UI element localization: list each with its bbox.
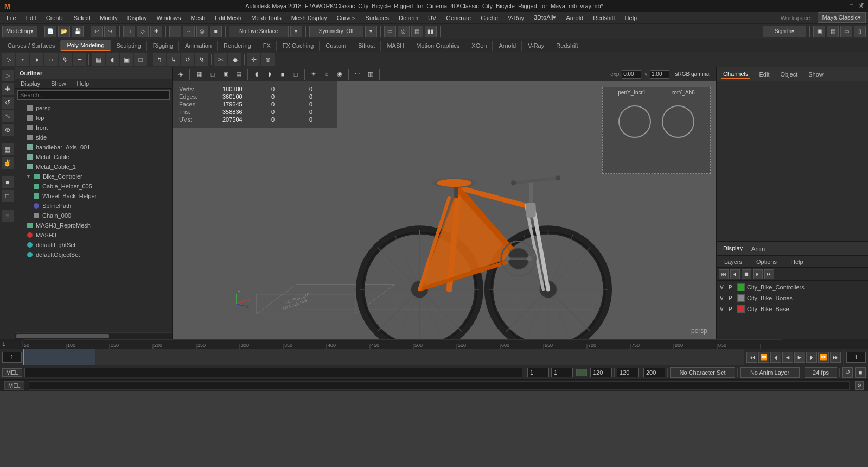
layer-p2[interactable]: P <box>729 295 735 301</box>
snap-point[interactable]: ◎ <box>196 26 208 37</box>
move-tool[interactable]: ✚ <box>150 26 162 37</box>
left-universal[interactable]: ⊕ <box>2 124 14 136</box>
left-layer[interactable]: □ <box>2 190 14 202</box>
outliner-item-front[interactable]: front <box>15 123 172 132</box>
transform-btn4[interactable]: ↯ <box>195 53 208 66</box>
menu-vray[interactable]: V-Ray <box>503 14 528 22</box>
outliner-item-metal-cable[interactable]: Metal_Cable <box>15 152 172 162</box>
goto-end-btn[interactable]: ⏭ <box>830 352 841 363</box>
menu-display[interactable]: Display <box>123 14 151 22</box>
gamma-mode-btn[interactable]: sRGB gamma <box>671 68 714 80</box>
menu-uv[interactable]: UV <box>424 14 441 22</box>
left-move[interactable]: ✚ <box>2 83 14 95</box>
outliner-search-input[interactable] <box>17 90 170 100</box>
layout-btn2[interactable]: ▤ <box>827 26 839 37</box>
tab-vray[interactable]: V-Ray <box>522 41 550 51</box>
layout-btn4[interactable]: ▯ <box>854 26 866 37</box>
menu-modify[interactable]: Modify <box>95 14 122 22</box>
menu-deform[interactable]: Deform <box>394 14 423 22</box>
render-btn1[interactable]: ▭ <box>384 26 396 37</box>
menu-edit[interactable]: Edit <box>22 14 41 22</box>
layout-btn3[interactable]: ▭ <box>840 26 852 37</box>
mesh-ops-btn3[interactable]: ▣ <box>120 53 133 66</box>
tab-object[interactable]: Object <box>778 70 800 79</box>
layer-v1[interactable]: V <box>720 285 726 291</box>
outliner-item-chain[interactable]: Chain_000 <box>15 211 172 220</box>
live-surface-dropdown[interactable]: ▾ <box>290 26 302 37</box>
layer-row-controllers[interactable]: V P City_Bike_Controllers <box>718 282 867 293</box>
tab-bifrost[interactable]: Bifrost <box>353 41 381 51</box>
vp-ao[interactable]: ◉ <box>334 68 346 80</box>
outliner-item-side[interactable]: side <box>15 132 172 142</box>
left-scale[interactable]: ⤡ <box>2 110 14 122</box>
sign-in-button[interactable]: Sign In▾ <box>763 26 806 37</box>
menu-surfaces[interactable]: Surfaces <box>361 14 393 22</box>
tab-redshift[interactable]: Redshift <box>551 41 584 51</box>
outliner-item-wheel-back-helper[interactable]: Wheel_Back_Helper <box>15 191 172 201</box>
status-settings[interactable]: ⚙ <box>855 381 864 390</box>
layer-p3[interactable]: P <box>729 306 735 312</box>
menu-curves[interactable]: Curves <box>333 14 360 22</box>
layer-stop-btn[interactable]: ⏹ <box>742 269 751 279</box>
options-menu[interactable]: Options <box>751 257 782 266</box>
select-tool[interactable]: □ <box>123 26 135 37</box>
mode-dropdown[interactable]: Modeling▾ <box>2 26 37 37</box>
left-select[interactable]: ▷ <box>2 70 14 81</box>
save-button[interactable]: 💾 <box>72 26 84 37</box>
loop-btn[interactable]: ↺ <box>842 367 853 378</box>
transform-btn2[interactable]: ↳ <box>167 53 180 66</box>
lasso-tool[interactable]: ◇ <box>137 26 149 37</box>
mel-input[interactable] <box>24 368 522 377</box>
menu-cache[interactable]: Cache <box>476 14 502 22</box>
outliner-item-top[interactable]: top <box>15 113 172 123</box>
transform-btn1[interactable]: ↰ <box>153 53 166 66</box>
tab-rendering[interactable]: Rendering <box>218 41 257 51</box>
viewport-canvas[interactable]: Verts: 180380 0 0 Edges: 360100 0 0 Face… <box>173 81 716 339</box>
tab-animation[interactable]: Animation <box>180 41 218 51</box>
vp-shadows[interactable]: ○ <box>321 68 333 80</box>
vp-hud[interactable]: ▥ <box>365 68 376 80</box>
prev-key-btn[interactable]: ⏴ <box>770 352 781 363</box>
left-show-hide[interactable]: ■ <box>2 176 14 188</box>
lasso-select-btn[interactable]: ♦ <box>30 53 43 66</box>
frame-start-input[interactable] <box>527 368 549 377</box>
tab-fx-caching[interactable]: FX Caching <box>277 41 320 51</box>
tab-arnold[interactable]: Arnold <box>493 41 522 51</box>
outliner-scrollbar[interactable] <box>15 332 172 339</box>
tab-poly-modeling[interactable]: Poly Modeling <box>61 40 110 51</box>
no-anim-layer-btn[interactable]: No Anim Layer <box>740 367 800 378</box>
outliner-item-mash3-repro[interactable]: MASH3_ReproMesh <box>15 220 172 230</box>
fps-dropdown[interactable]: 24 fps <box>805 367 837 378</box>
anim-max-input[interactable] <box>643 368 665 377</box>
mesh-ops-btn2[interactable]: ◖ <box>106 53 119 66</box>
menu-redshift[interactable]: Redshift <box>589 14 619 22</box>
ruler-track[interactable]: 50 100 150 200 250 300 350 400 450 500 5… <box>23 339 868 349</box>
vp-front-btn[interactable]: ▣ <box>220 68 232 80</box>
paint-select-btn[interactable]: ○ <box>44 53 58 66</box>
new-button[interactable]: 📄 <box>44 26 56 37</box>
layer-next-btn[interactable]: ⏭ <box>764 269 774 279</box>
lyr-tab-display[interactable]: Display <box>721 244 745 253</box>
align-btn[interactable]: ━ <box>73 53 86 66</box>
menu-windows[interactable]: Windows <box>152 14 186 22</box>
outliner-item-cable-helper[interactable]: Cable_Helper_005 <box>15 181 172 191</box>
tab-motion-graphics[interactable]: Motion Graphics <box>411 41 465 51</box>
maximize-button[interactable]: □ <box>850 3 853 10</box>
menu-mesh[interactable]: Mesh <box>186 14 209 22</box>
component-select-btn[interactable]: ⋆ <box>16 53 29 66</box>
transform-btn3[interactable]: ↺ <box>181 53 194 66</box>
end-frame-input2[interactable] <box>590 368 612 377</box>
layer-p1[interactable]: P <box>729 285 735 291</box>
mel-command-input-area[interactable] <box>29 381 850 390</box>
layer-prev-btn[interactable]: ⏮ <box>719 269 729 279</box>
vp-shading2[interactable]: ◗ <box>264 68 276 80</box>
cut-btn[interactable]: ✂ <box>214 53 227 66</box>
menu-file[interactable]: File <box>2 14 21 22</box>
layers-menu[interactable]: Layers <box>719 257 748 266</box>
vp-persp-btn[interactable]: ▦ <box>193 68 206 80</box>
outliner-item-metal-cable-1[interactable]: Metal_Cable_1 <box>15 162 172 172</box>
left-paint[interactable]: ✌ <box>2 157 14 169</box>
play-back-btn[interactable]: ◄ <box>782 352 793 363</box>
menu-select[interactable]: Select <box>69 14 95 22</box>
symmetry-button[interactable]: Symmetry: Off <box>309 26 363 37</box>
